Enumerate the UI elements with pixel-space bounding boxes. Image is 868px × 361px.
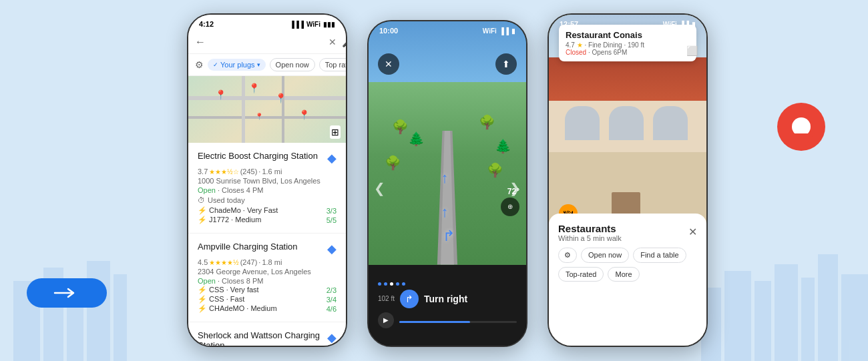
station-1-nav-icon[interactable]: ◆: [327, 151, 337, 165]
charger-row-2-0: ⚡ CSS · Very fast 2/3: [198, 286, 337, 294]
stars-1: ★★★½☆: [209, 168, 238, 175]
svg-rect-11: [841, 274, 868, 361]
station-item-3[interactable]: Sherlock and Wattson Charging Station ◆ …: [188, 322, 346, 346]
svg-point-13: [792, 117, 811, 136]
nav-progress-bar: [399, 321, 517, 323]
nav-turn-icon: ↱: [400, 290, 419, 308]
signal-icon: ▐▐▐: [290, 21, 304, 28]
action-open-now[interactable]: Open now: [581, 248, 629, 263]
station-2-address: 2304 George Avenue, Los Angeles: [198, 268, 337, 276]
large-map-pin: [775, 100, 828, 167]
phone-navigation: 10:00 WiFi ▐▐ ▮ 🌳 🌲 🌳 🌳: [367, 20, 527, 347]
restaurant-name: Restaurant Conais: [566, 30, 690, 40]
route-dot-1: [378, 282, 381, 286]
nav-arrow-road-1: ↑: [441, 204, 449, 221]
restaurant-photo: Restaurant Conais 4.7 ★ · Fine Dining · …: [549, 15, 706, 230]
svg-marker-14: [788, 133, 815, 151]
tree-5: 🌲: [495, 138, 511, 154]
map-background: 📍 📍 📍 📍 📍 ⊞: [188, 76, 346, 143]
charger-row-1-0: ⚡ ChadeMo · Very Fast 3/3: [198, 206, 337, 215]
action-top-rated[interactable]: Top-rated: [558, 267, 604, 282]
station-2-name: Ampville Charging Station: [198, 242, 322, 252]
nav-arrow-road-3: ↱: [443, 228, 455, 245]
battery-icon: ▮▮▮: [323, 21, 335, 28]
filter-icon[interactable]: ⚙: [195, 59, 204, 70]
status-bar-2: 10:00 WiFi ▐▐ ▮: [369, 21, 526, 37]
blue-arrow-button[interactable]: [27, 278, 107, 308]
phones-container: 4:12 ▐▐▐ WiFi ▮▮▮ ← Charging stations ✕ …: [120, 13, 775, 347]
action-more[interactable]: More: [608, 267, 639, 282]
panel-header: Restaurants Within a 5 min walk ✕: [558, 223, 697, 242]
nav-distance-label: 102 ft: [378, 295, 395, 302]
route-dots: [378, 282, 517, 286]
nav-next-arrow[interactable]: ❯: [509, 180, 521, 196]
panel-title: Restaurants: [558, 223, 622, 234]
tree-3: 🌳: [385, 155, 401, 171]
station-2-nav-icon[interactable]: ◆: [327, 242, 337, 256]
nav-3d-view: 🌳 🌲 🌳 🌳 🌲 🌳 ↑ ↑ ↱ ✕ ⬆ 72°: [369, 21, 526, 265]
filter-icon-btn[interactable]: ⚙: [558, 248, 577, 263]
phone2-content: 10:00 WiFi ▐▐ ▮ 🌳 🌲 🌳 🌳: [369, 21, 526, 346]
charger-row-1-1: ⚡ J1772 · Medium 5/5: [198, 216, 337, 224]
station-1-status: Open · Closes 4 PM: [198, 186, 337, 194]
search-bar[interactable]: ← Charging stations ✕ 🎤: [188, 31, 346, 54]
station-1-used: ⏱ Used today: [198, 196, 337, 204]
phone-charging-stations: 4:12 ▐▐▐ WiFi ▮▮▮ ← Charging stations ✕ …: [187, 13, 347, 347]
clear-icon[interactable]: ✕: [329, 37, 337, 47]
nav-street-name: Turn right: [424, 294, 467, 304]
status-icons-1: ▐▐▐ WiFi ▮▮▮: [290, 21, 335, 28]
station-item-1[interactable]: Electric Boost Charging Station ◆ 3.7 ★★…: [188, 143, 346, 234]
tree-1: 🌳: [392, 119, 409, 135]
back-button-3[interactable]: ←: [556, 43, 572, 59]
share-button-3[interactable]: ⬜: [684, 43, 700, 59]
status-bar-3: 12:57 WiFi ▐▐ ▮: [549, 15, 706, 31]
signal-icon-2: ▐▐: [499, 27, 509, 35]
wifi-icon: WiFi: [306, 21, 320, 28]
restaurant-status: Closed · Opens 6PM: [566, 49, 690, 56]
map-pin-1: 📍: [215, 89, 226, 100]
signal-icon-3: ▐▐: [680, 21, 689, 28]
action-find-table[interactable]: Find a table: [633, 248, 686, 263]
panel-close-button[interactable]: ✕: [688, 227, 697, 238]
nav-progress-fill: [399, 321, 470, 323]
svg-rect-3: [87, 261, 110, 361]
play-button[interactable]: ▶: [378, 312, 394, 328]
close-nav-btn[interactable]: ✕: [378, 53, 399, 75]
battery-icon-3: ▮: [692, 21, 696, 28]
filter-top-rated[interactable]: Top rated: [319, 58, 347, 71]
map-pin-2: 📍: [248, 83, 260, 93]
map-pin-3: 📍: [275, 93, 286, 103]
station-1-address: 1000 Sunrise Town Blvd, Los Angeles: [198, 177, 337, 185]
phone-restaurant: 12:57 WiFi ▐▐ ▮ ← ⬜: [548, 13, 708, 347]
status-time-1: 4:12: [199, 20, 214, 28]
map-area[interactable]: 📍 📍 📍 📍 📍 ⊞: [188, 76, 346, 143]
station-2-status: Open · Closes 8 PM: [198, 277, 337, 285]
search-input[interactable]: Charging stations: [211, 37, 323, 47]
layers-icon[interactable]: ⊞: [330, 125, 341, 139]
station-2-rating: 4.5 ★★★★½ (247) · 1.8 mi: [198, 258, 337, 266]
filter-open-now[interactable]: Open now: [270, 58, 315, 71]
nav-prev-arrow[interactable]: ❮: [374, 180, 385, 196]
wifi-icon-2: WiFi: [483, 27, 497, 35]
status-icons-2: WiFi ▐▐ ▮: [483, 27, 515, 35]
station-1-rating: 3.7 ★★★½☆ (245) · 1.6 mi: [198, 167, 337, 175]
station-3-nav-icon[interactable]: ◆: [327, 330, 337, 345]
back-icon[interactable]: ←: [195, 36, 206, 48]
filter-bar: ⚙ ✓ Your plugs ▾ Open now Top rated: [188, 54, 346, 76]
filter-your-plugs[interactable]: ✓ Your plugs ▾: [208, 59, 266, 71]
svg-rect-8: [775, 264, 798, 361]
panel-title-group: Restaurants Within a 5 min walk: [558, 223, 622, 242]
station-item-2[interactable]: Ampville Charging Station ◆ 4.5 ★★★★½ (2…: [188, 234, 346, 322]
station-3-name: Sherlock and Wattson Charging Station: [198, 330, 322, 346]
restaurant-meta: 4.7 ★ · Fine Dining · 190 ft: [566, 41, 690, 49]
share-nav-btn[interactable]: ⬆: [495, 53, 517, 75]
charger-row-2-1: ⚡ CSS · Fast 3/4: [198, 295, 337, 304]
station-1-name: Electric Boost Charging Station: [198, 151, 322, 161]
tree-4: 🌳: [479, 114, 495, 130]
compass-button[interactable]: ⊕: [501, 198, 519, 216]
status-time-2: 10:00: [379, 27, 398, 35]
status-time-3: 12:57: [560, 20, 578, 28]
mic-icon[interactable]: 🎤: [342, 37, 347, 47]
tree-6: 🌳: [487, 162, 503, 178]
route-dot-2: [384, 282, 387, 286]
